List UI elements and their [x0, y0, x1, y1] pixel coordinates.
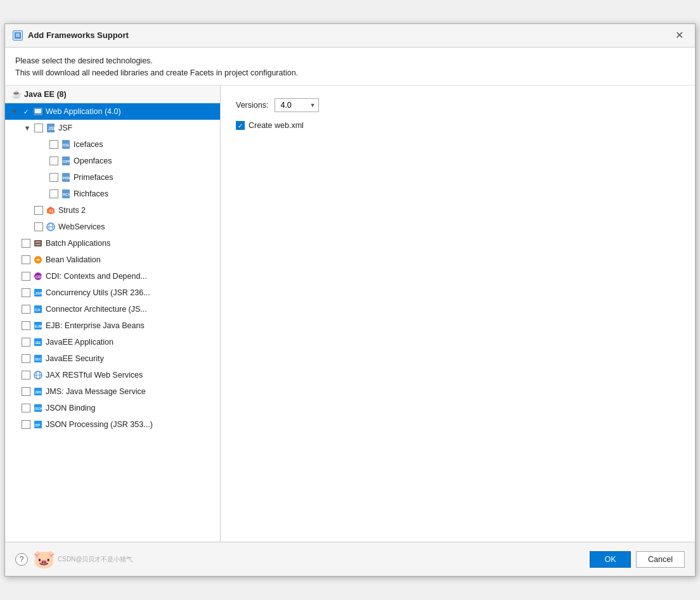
list-item[interactable]: WebServices: [5, 219, 220, 235]
struts2-icon: S2: [46, 205, 56, 215]
jax-icon: [33, 370, 43, 380]
checkbox-webservices[interactable]: [34, 222, 43, 231]
list-item[interactable]: RCH Richfaces: [5, 186, 220, 202]
checkbox-javaee-sec[interactable]: [22, 354, 30, 363]
watermark-area: 🐷 CSDN@贝贝才不是小猪气: [33, 549, 133, 570]
checkbox-connector[interactable]: [22, 305, 30, 314]
svg-text:JSP: JSP: [34, 423, 41, 427]
versions-label: Versions:: [236, 101, 268, 110]
create-xml-row: ✓ Create web.xml: [236, 121, 680, 130]
checkbox-openfaces[interactable]: [49, 156, 58, 165]
javaee-app-label: JavaEE Application: [46, 338, 113, 347]
close-button[interactable]: ✕: [671, 29, 687, 42]
svg-text:CDI: CDI: [36, 275, 42, 279]
svg-text:JSR: JSR: [35, 291, 42, 295]
pig-icon: 🐷: [33, 549, 55, 570]
right-panel: Versions: 1.0 2.0 2.5 3.0 3.1 4.0 ✓ Crea…: [221, 86, 695, 542]
list-item[interactable]: CA Connector Architecture (JS...: [5, 301, 220, 317]
cdi-label: CDI: Contexts and Depend...: [46, 272, 147, 281]
svg-text:CA: CA: [35, 308, 41, 312]
svg-rect-22: [36, 241, 41, 243]
list-item[interactable]: JSR Concurrency Utils (JSR 236...: [5, 284, 220, 301]
list-item[interactable]: Bean Validation: [5, 252, 220, 268]
list-item[interactable]: ▼ ✓ Web Application (4.0): [5, 103, 220, 120]
checkbox-richfaces[interactable]: [49, 189, 58, 198]
openfaces-label: Openfaces: [74, 156, 112, 165]
primefaces-label: Primefaces: [74, 173, 113, 182]
icefaces-icon: ICE: [61, 139, 71, 150]
checkbox-batch[interactable]: [22, 239, 30, 248]
jms-icon: JMS: [33, 386, 43, 397]
jax-label: JAX RESTful Web Services: [46, 371, 143, 380]
list-item[interactable]: S2 Struts 2: [5, 202, 220, 219]
versions-row: Versions: 1.0 2.0 2.5 3.0 3.1 4.0: [236, 98, 680, 112]
versions-select[interactable]: 1.0 2.0 2.5 3.0 3.1 4.0: [275, 98, 319, 112]
connector-label: Connector Architecture (JS...: [46, 305, 147, 314]
richfaces-icon: RCH: [61, 189, 71, 199]
list-item[interactable]: JSON JSON Binding: [5, 400, 220, 416]
checkbox-cdi[interactable]: [22, 272, 30, 281]
struts2-label: Struts 2: [58, 206, 86, 215]
checkbox-ejb[interactable]: [22, 321, 30, 330]
list-item[interactable]: EJB EJB: Enterprise Java Beans: [5, 317, 220, 334]
list-item[interactable]: Batch Applications: [5, 235, 220, 252]
expand-arrow: ▼: [10, 108, 19, 115]
checkbox-jms[interactable]: [22, 387, 30, 396]
json-processing-label: JSON Processing (JSR 353...): [46, 420, 153, 429]
help-button[interactable]: ?: [15, 553, 28, 566]
list-item[interactable]: PRM Primefaces: [5, 169, 220, 186]
richfaces-label: Richfaces: [74, 189, 108, 198]
list-item[interactable]: ▼ JSF JSF: [5, 120, 220, 136]
jms-label: JMS: Java Message Service: [46, 387, 146, 396]
checkbox-jsf[interactable]: [34, 124, 43, 132]
icefaces-label: Icefaces: [74, 140, 103, 149]
webservices-icon: [46, 222, 56, 232]
javaee-app-icon: JEE: [33, 337, 43, 347]
list-item[interactable]: JEE JavaEE Application: [5, 334, 220, 350]
list-item[interactable]: OPF Openfaces: [5, 153, 220, 169]
svg-text:JEE: JEE: [35, 341, 41, 345]
ok-button[interactable]: OK: [590, 551, 631, 568]
web-app-icon: [33, 106, 43, 117]
connector-icon: CA: [33, 304, 43, 314]
checkbox-javaee-app[interactable]: [22, 338, 30, 347]
svg-rect-5: [34, 113, 42, 114]
cancel-button[interactable]: Cancel: [636, 551, 685, 568]
description-line1: Please select the desired technologies.: [15, 55, 685, 67]
list-item[interactable]: JMS JMS: Java Message Service: [5, 383, 220, 400]
bean-validation-icon: [33, 255, 43, 265]
list-item[interactable]: JAX RESTful Web Services: [5, 367, 220, 383]
svg-text:S2: S2: [49, 209, 54, 213]
javaee-sec-label: JavaEE Security: [46, 354, 104, 363]
versions-select-wrapper[interactable]: 1.0 2.0 2.5 3.0 3.1 4.0: [275, 98, 319, 112]
checkbox-bean-validation[interactable]: [22, 255, 30, 264]
svg-text:OPF: OPF: [63, 160, 71, 163]
jsf-icon: JSF: [46, 123, 56, 133]
svg-text:PRM: PRM: [63, 176, 71, 180]
checkbox-struts2[interactable]: [34, 206, 43, 215]
svg-text:EJB: EJB: [35, 324, 42, 328]
list-item[interactable]: JSP JSON Processing (JSR 353...): [5, 416, 220, 433]
svg-rect-0: [14, 32, 22, 39]
expand-arrow: ▼: [23, 124, 32, 132]
batch-icon: [33, 238, 43, 248]
dialog-icon: [13, 30, 23, 41]
group-label: Java EE (8): [24, 90, 67, 99]
cdi-icon: CDI: [33, 271, 43, 281]
list-item[interactable]: CDI CDI: Contexts and Depend...: [5, 268, 220, 284]
watermark-text: CSDN@贝贝才不是小猪气: [58, 555, 133, 564]
checkbox-json-binding[interactable]: [22, 404, 30, 412]
create-xml-checkbox[interactable]: ✓: [236, 121, 245, 130]
list-item[interactable]: ICE Icefaces: [5, 136, 220, 153]
checkbox-icefaces[interactable]: [49, 140, 58, 149]
checkbox-json-processing[interactable]: [22, 420, 30, 429]
checkbox-primefaces[interactable]: [49, 173, 58, 182]
checkbox-jax[interactable]: [22, 371, 30, 380]
ejb-label: EJB: Enterprise Java Beans: [46, 321, 145, 330]
jsf-label: JSF: [58, 124, 72, 132]
checkbox-web-app[interactable]: ✓: [22, 107, 30, 116]
list-item[interactable]: SEC JavaEE Security: [5, 350, 220, 367]
json-binding-icon: JSON: [33, 403, 43, 413]
create-xml-label: Create web.xml: [249, 121, 304, 130]
checkbox-concurrency[interactable]: [22, 288, 30, 297]
